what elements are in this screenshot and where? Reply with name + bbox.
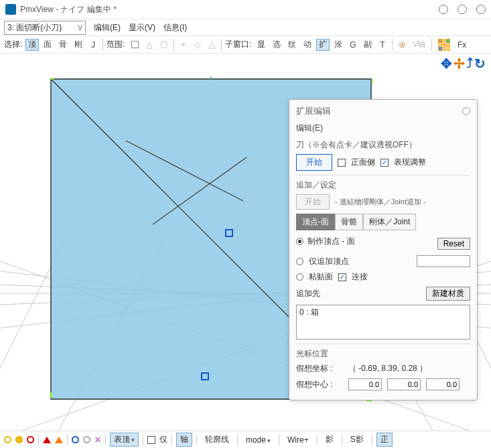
panel-menu-edit[interactable]: 编辑(E)	[296, 123, 470, 134]
addvert-input[interactable]	[417, 255, 470, 267]
menubar: 3: 面切断(小刀) V 编辑(E) 显示(V) 信息(I)	[0, 19, 491, 36]
select-bone[interactable]: 骨	[56, 39, 70, 51]
menu-info[interactable]: 信息(I)	[163, 22, 187, 33]
separator	[221, 39, 222, 51]
panel-close-icon[interactable]	[462, 107, 470, 115]
fx-button[interactable]: Fx	[455, 39, 469, 51]
connect-checkbox[interactable]: ✓	[338, 273, 346, 281]
status-mode[interactable]: mode▾	[242, 434, 275, 446]
status-dot-gray-icon[interactable]	[83, 436, 90, 443]
status-sshadow[interactable]: S影	[346, 433, 368, 447]
sw-xian[interactable]: 显	[255, 39, 268, 51]
close-icon[interactable]	[476, 5, 486, 14]
center-z-input[interactable]	[426, 378, 460, 390]
material-list[interactable]: 0 : 箱	[296, 305, 470, 340]
subwin-label: 子窗口:	[225, 39, 251, 50]
sw-dong[interactable]: 动	[301, 39, 314, 51]
tab-vertex-face[interactable]: 顶点-面	[296, 214, 335, 230]
separator	[173, 39, 174, 51]
globe-icon[interactable]: ⊕	[396, 39, 409, 51]
separator	[431, 39, 432, 51]
pan-gizmo-icon[interactable]: ✢	[453, 56, 465, 72]
reset-button[interactable]: Reset	[437, 238, 470, 250]
status-only-checkbox[interactable]	[147, 436, 155, 444]
rotate-gizmo-icon[interactable]: ↻	[474, 56, 486, 72]
tab-bone[interactable]: 骨骼	[335, 214, 363, 230]
connect-label: 连接	[352, 271, 368, 283]
radio-make-face-label: 制作顶点 - 面	[307, 236, 355, 247]
panel-title: 扩展编辑	[296, 105, 331, 117]
select-label: 选择:	[4, 39, 22, 50]
status-wire[interactable]: Wire+	[283, 434, 313, 446]
radio-paste-face-label: 粘贴面	[309, 271, 333, 283]
sw-tu[interactable]: 涂	[332, 39, 345, 51]
knife-start-button[interactable]: 开始	[296, 154, 332, 171]
zoom-gizmo-icon[interactable]: ⤴	[466, 56, 473, 72]
adjust-checkbox[interactable]: ✓	[380, 159, 389, 167]
status-vshow[interactable]: 表顶▾	[110, 433, 139, 447]
menu-edit[interactable]: 编辑(E)	[94, 22, 121, 33]
radio-paste-face[interactable]	[296, 273, 303, 281]
append-section-title: 追加／设定	[296, 179, 470, 191]
sw-wen[interactable]: 纹	[285, 39, 299, 51]
adjust-label: 表现调整	[394, 157, 426, 168]
vaxis[interactable]: v轴	[411, 39, 428, 51]
statusbar: ✕ 表顶▾ 仅 轴 轮廓线 mode▾ Wire+ 影 S影 正	[0, 431, 491, 448]
extend-edit-panel: 扩展编辑 编辑(E) 刀（※会有点卡／建议透视OFF） 开始 正面侧 ✓ 表现调…	[289, 99, 478, 400]
material-list-item[interactable]: 0 : 箱	[299, 307, 467, 318]
status-dot-yellow-icon[interactable]	[4, 436, 11, 443]
status-ortho[interactable]: 正	[376, 433, 393, 447]
range-pent-icon[interactable]: ⬠	[157, 39, 170, 51]
frontside-label: 正面侧	[351, 157, 375, 168]
status-axis[interactable]: 轴	[176, 433, 192, 447]
center-label: 假想中心 :	[296, 379, 343, 390]
center-y-input[interactable]	[387, 378, 421, 390]
status-dot-red-icon[interactable]	[27, 436, 34, 443]
tab-rigid-joint[interactable]: 刚体／Joint	[363, 214, 416, 230]
new-material-button[interactable]: 新建材质	[426, 287, 470, 301]
app-icon	[5, 4, 16, 15]
menu-display[interactable]: 显示(V)	[129, 22, 155, 33]
status-tri-red-icon[interactable]	[43, 437, 51, 443]
radio-add-vert[interactable]	[296, 258, 303, 265]
grid-icon[interactable]	[435, 39, 453, 51]
frontside-checkbox[interactable]	[338, 159, 346, 167]
maximize-icon[interactable]	[458, 5, 467, 14]
mode-combo[interactable]: 3: 面切断(小刀) V	[4, 21, 86, 35]
status-outline[interactable]: 轮廓线	[201, 433, 233, 447]
status-dot-yellow-fill-icon[interactable]	[15, 436, 23, 443]
tool-plus-icon[interactable]: +	[178, 39, 190, 51]
radio-add-vert-label: 仅追加顶点	[309, 256, 349, 267]
window-title: PmxView - ナイフ 編集中 *	[20, 4, 429, 15]
append-start-button[interactable]: 开始	[296, 194, 330, 210]
sw-fu[interactable]: 副	[361, 39, 374, 51]
separator	[102, 39, 103, 51]
status-shadow[interactable]: 影	[322, 433, 338, 447]
minimize-icon[interactable]	[439, 5, 448, 14]
radio-make-face[interactable]	[296, 238, 303, 245]
coord-label: 假想坐标 :	[296, 363, 343, 374]
mode-combo-value: 3: 面切断(小刀)	[7, 22, 62, 33]
status-dot-blue-icon[interactable]	[72, 436, 79, 443]
move-gizmo-icon[interactable]: ✥	[441, 56, 452, 72]
range-rect[interactable]	[129, 39, 141, 51]
status-x-icon[interactable]: ✕	[94, 435, 101, 445]
coord-value: （ -0.69, 8.39, 0.28 ）	[348, 363, 427, 374]
sw-xuan[interactable]: 选	[270, 39, 283, 51]
view-gizmos: ✥ ✢ ⤴ ↻	[441, 56, 486, 72]
select-face[interactable]: 面	[41, 39, 54, 51]
status-tri-orange-icon[interactable]	[55, 437, 63, 443]
sw-kuo[interactable]: 扩	[316, 39, 330, 51]
range-tri-icon[interactable]: △	[143, 39, 155, 51]
toolbar: 选择: 顶 面 骨 刚 J 范围: △ ⬠ + ◇ △ 子窗口: 显 选 纹 动…	[0, 36, 491, 54]
sw-g[interactable]: G	[347, 39, 359, 51]
rect-icon	[131, 41, 139, 48]
tool-triangle-icon[interactable]: △	[206, 39, 218, 51]
select-vert[interactable]: 顶	[25, 39, 39, 51]
tool-diamond-icon[interactable]: ◇	[192, 39, 204, 51]
select-joint[interactable]: J	[87, 39, 99, 51]
viewport-3d[interactable]: ✥ ✢ ⤴ ↻ 扩展编辑 编辑(E) 刀（※会有点卡／建议透视OFF） 开始 正…	[0, 54, 491, 431]
select-rigid[interactable]: 刚	[72, 39, 85, 51]
center-x-input[interactable]	[348, 378, 382, 390]
sw-t[interactable]: T	[376, 39, 389, 51]
